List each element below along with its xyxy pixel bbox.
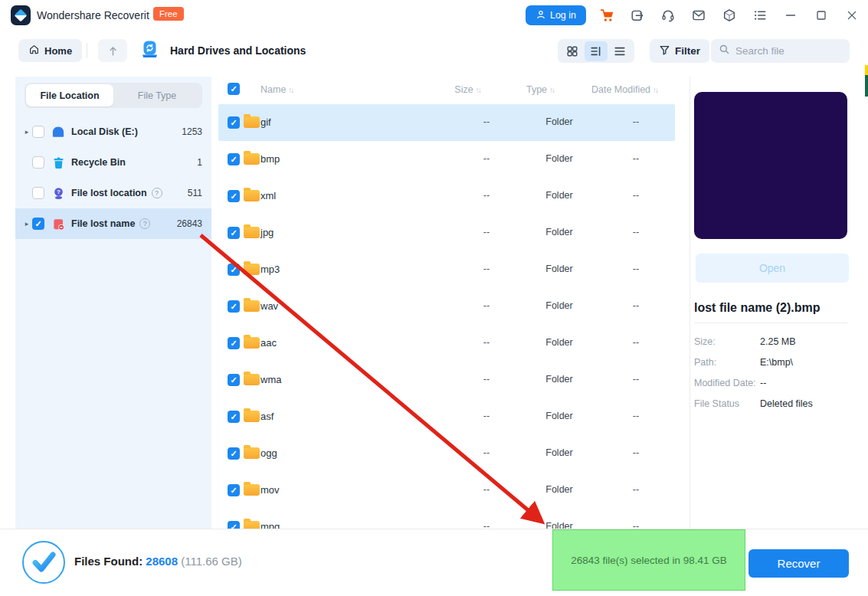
sidebar-item-file-lost-name[interactable]: ▸ File lost name 26843 <box>15 208 211 239</box>
breadcrumb: Hard Drives and Locations <box>170 44 306 57</box>
table-row[interactable]: wav--Folder-- <box>218 288 675 325</box>
column-header-size[interactable]: Size↑↓ <box>437 84 498 95</box>
panel-divider <box>689 77 690 529</box>
column-header-type[interactable]: Type↑↓ <box>509 84 571 95</box>
table-row[interactable]: xml--Folder-- <box>218 178 675 214</box>
column-header-name[interactable]: Name↑↓ <box>260 84 293 95</box>
file-info-row: Size:2.25 MB <box>694 331 863 352</box>
list-view-icon[interactable] <box>608 41 631 61</box>
row-checkbox[interactable] <box>228 447 240 460</box>
folder-icon <box>244 447 260 459</box>
select-all-checkbox[interactable] <box>228 83 240 95</box>
files-found-status: Files Found: 28608 (111.66 GB) <box>74 555 242 568</box>
sidebar-tabs: File Location File Type <box>25 83 202 108</box>
table-row[interactable]: aac--Folder-- <box>218 325 675 362</box>
filter-label: Filter <box>675 45 700 57</box>
row-checkbox[interactable] <box>228 264 240 276</box>
grid-view-icon[interactable] <box>561 41 584 61</box>
trash-icon <box>51 156 65 169</box>
sidebar-item-local-disk[interactable]: ▸ Local Disk (E:) 1253 <box>15 116 211 147</box>
sort-icon: ↑↓ <box>653 86 657 94</box>
column-header-date-modified[interactable]: Date Modified↑↓ <box>578 84 670 95</box>
recoverit-logo-icon <box>11 5 31 25</box>
screen-edge-artifact <box>865 75 868 97</box>
row-checkbox[interactable] <box>228 484 240 496</box>
folder-icon <box>244 227 260 238</box>
checkbox-checked[interactable] <box>32 218 44 230</box>
file-info-row: Path:E:\bmp\ <box>694 352 863 372</box>
screen-edge-artifact <box>865 65 868 75</box>
expand-arrow-icon[interactable]: ▸ <box>21 220 32 228</box>
row-checkbox[interactable] <box>228 153 240 165</box>
table-row[interactable]: mov--Folder-- <box>218 472 675 509</box>
table-row[interactable]: ogg--Folder-- <box>218 435 675 472</box>
product-box-icon[interactable] <box>720 6 739 25</box>
table-row[interactable]: gif--Folder-- <box>218 104 675 141</box>
status-footer: Files Found: 28608 (111.66 GB) 26843 fil… <box>0 529 868 596</box>
folder-icon <box>244 116 260 128</box>
sort-icon: ↑↓ <box>288 86 293 94</box>
hard-drive-icon <box>139 39 160 62</box>
home-label: Home <box>44 45 72 57</box>
help-icon[interactable] <box>152 188 162 198</box>
sort-icon: ↑↓ <box>476 86 480 94</box>
mail-feedback-icon[interactable] <box>689 6 708 25</box>
row-checkbox[interactable] <box>228 190 240 202</box>
menu-list-icon[interactable] <box>751 6 769 25</box>
row-checkbox[interactable] <box>228 374 240 386</box>
table-row[interactable]: mpg--Folder-- <box>218 509 675 529</box>
file-info-row: File StatusDeleted files <box>694 393 863 414</box>
share-export-icon[interactable] <box>628 6 647 25</box>
table-row[interactable]: jpg--Folder-- <box>218 214 675 251</box>
login-button[interactable]: Log in <box>526 5 586 25</box>
open-button[interactable]: Open <box>696 254 849 283</box>
recover-button[interactable]: Recover <box>748 549 849 578</box>
checkbox[interactable] <box>32 126 44 138</box>
expand-arrow-icon[interactable]: ▸ <box>21 128 32 136</box>
tab-file-location[interactable]: File Location <box>26 84 113 106</box>
filter-button[interactable]: Filter <box>650 39 709 63</box>
row-checkbox[interactable] <box>228 116 240 129</box>
sidebar-item-file-lost-location[interactable]: ? File lost location 511 <box>15 178 211 208</box>
close-icon[interactable] <box>843 6 861 25</box>
folder-icon <box>244 337 260 349</box>
table-row[interactable]: asf--Folder-- <box>218 398 675 435</box>
preview-divider <box>694 323 847 323</box>
row-checkbox[interactable] <box>228 411 240 423</box>
headset-support-icon[interactable] <box>659 6 677 25</box>
file-preview-thumbnail <box>694 92 847 239</box>
home-icon <box>28 44 40 57</box>
maximize-icon[interactable] <box>812 6 830 25</box>
row-checkbox[interactable] <box>228 337 240 349</box>
cart-icon[interactable] <box>598 6 616 25</box>
user-icon <box>536 9 546 22</box>
search-box[interactable] <box>711 39 850 63</box>
table-header: Name↑↓ Size↑↓ Type↑↓ Date Modified↑↓ <box>218 80 675 101</box>
svg-text:?: ? <box>57 188 61 195</box>
help-icon[interactable] <box>139 218 150 229</box>
free-plan-badge: Free <box>153 7 184 21</box>
folder-icon <box>244 374 260 385</box>
folder-icon <box>244 264 260 275</box>
home-button[interactable]: Home <box>18 39 82 62</box>
table-row[interactable]: wma--Folder-- <box>218 362 675 398</box>
folder-icon <box>244 190 260 201</box>
funnel-icon <box>659 44 670 58</box>
row-checkbox[interactable] <box>228 300 240 313</box>
view-mode-group <box>558 39 634 63</box>
table-row[interactable]: bmp--Folder-- <box>218 141 675 178</box>
minimize-icon[interactable] <box>781 6 800 25</box>
tab-file-type[interactable]: File Type <box>113 84 201 106</box>
checkbox[interactable] <box>32 187 44 199</box>
file-info-row: Modified Date:-- <box>694 372 863 393</box>
checkbox[interactable] <box>32 156 44 169</box>
sidebar-item-recycle-bin[interactable]: Recycle Bin 1 <box>15 147 211 178</box>
navigate-up-button[interactable] <box>98 39 127 62</box>
navigation-toolbar: Home Hard Drives and Locations <box>0 37 868 67</box>
row-checkbox[interactable] <box>228 521 240 529</box>
search-input[interactable] <box>735 45 835 57</box>
detail-view-icon[interactable] <box>585 41 608 61</box>
table-row[interactable]: mp3--Folder-- <box>218 251 675 288</box>
row-checkbox[interactable] <box>228 227 240 239</box>
title-bar: Wondershare Recoverit Free Log in <box>0 0 868 31</box>
